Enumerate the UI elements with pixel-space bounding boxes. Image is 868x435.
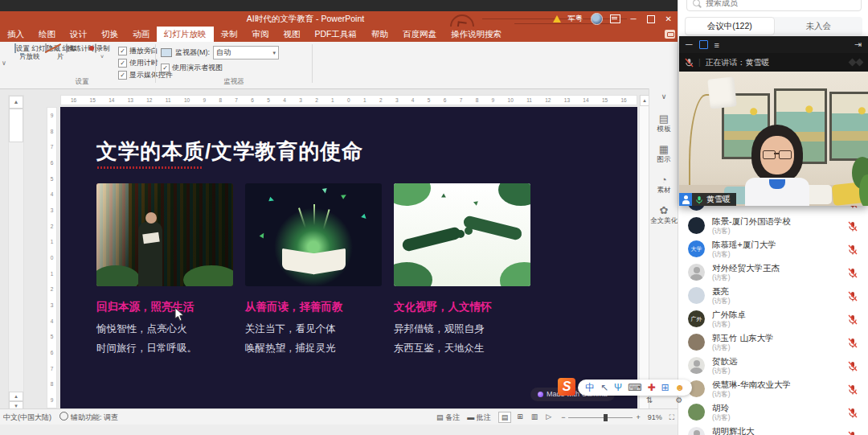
ribbon-tab[interactable]: 动画 bbox=[125, 27, 157, 42]
participant-row[interactable]: 胡明辉北大 (访客) bbox=[678, 425, 868, 435]
mic-muted-icon[interactable] bbox=[848, 338, 858, 348]
mic-muted-icon[interactable] bbox=[848, 361, 858, 371]
sidebar-plugin-item[interactable]: ✿ 全文美化 bbox=[649, 205, 678, 224]
ribbon-options-icon[interactable] bbox=[610, 14, 620, 23]
mic-muted-icon[interactable] bbox=[848, 291, 858, 302]
tab-not-joined[interactable]: 未入会 bbox=[775, 17, 863, 35]
video-window[interactable]: ─ ≡ ⇥ | 正在讲话：黄雪暖 bbox=[679, 36, 868, 206]
slide-image-hands[interactable] bbox=[394, 183, 530, 286]
participant-row[interactable]: 侯慧琳-华南农业大学 (访客) bbox=[678, 378, 868, 401]
close-button[interactable]: ✕ bbox=[662, 11, 675, 27]
ribbon-tab[interactable]: 操作说明搜索 bbox=[444, 27, 509, 42]
view-button[interactable]: ▤ bbox=[498, 412, 512, 423]
participant-row[interactable]: 广外 广外陈卓 (访客) bbox=[678, 308, 868, 331]
zoom-level[interactable]: 91% bbox=[648, 413, 662, 421]
scroll-up-icon[interactable]: ▲ bbox=[9, 96, 23, 109]
ribbon-tab[interactable]: 视图 bbox=[276, 27, 308, 42]
zoom-slider-thumb[interactable] bbox=[604, 414, 608, 421]
play-narrations-checkbox[interactable]: 播放旁白 bbox=[118, 46, 158, 56]
search-box[interactable] bbox=[686, 0, 862, 11]
sidebar-plugin-item[interactable]: ▦ 图示 bbox=[649, 144, 678, 163]
participant-row[interactable]: 郭玉竹 山东大学 (访客) bbox=[678, 331, 868, 355]
accessibility-status[interactable]: 辅助功能: 调查 bbox=[59, 412, 118, 423]
grid-view-icon[interactable] bbox=[699, 40, 708, 49]
scrollbar-thumb[interactable] bbox=[9, 109, 23, 142]
ribbon-tab[interactable]: 设计 bbox=[63, 27, 94, 42]
mic-muted-icon[interactable] bbox=[848, 314, 858, 325]
prev-slide-icon[interactable]: ▴ bbox=[9, 392, 23, 401]
ime-icon[interactable]: ⌨ bbox=[628, 380, 641, 396]
comments-button[interactable]: ▬ 批注 bbox=[467, 412, 491, 423]
view-button[interactable]: ▥ bbox=[529, 412, 541, 423]
minimize-icon[interactable]: ─ bbox=[686, 36, 693, 53]
account-name[interactable]: 军粤 bbox=[568, 14, 583, 24]
ime-icon[interactable]: ↖ bbox=[600, 380, 608, 396]
collapse-panel-icon[interactable]: ⇥ bbox=[854, 39, 862, 50]
thumbnail-scrollbar[interactable]: ▲ ▴ ▾ bbox=[8, 95, 24, 412]
ribbon-tab[interactable]: 审阅 bbox=[245, 27, 276, 42]
warning-icon[interactable] bbox=[553, 15, 561, 23]
mic-muted-icon[interactable] bbox=[848, 221, 858, 232]
chat-bubble-icon[interactable] bbox=[665, 30, 675, 39]
zoom-slider[interactable]: − + bbox=[561, 413, 641, 421]
account-avatar[interactable] bbox=[591, 13, 603, 25]
record-button[interactable]: 录制 ˅ bbox=[90, 44, 114, 61]
participant-row[interactable]: 贺歆远 (访客) bbox=[678, 355, 868, 378]
gear-icon[interactable]: ⚙ bbox=[675, 396, 682, 404]
mic-muted-icon[interactable] bbox=[848, 268, 858, 278]
ime-icon[interactable]: Ψ bbox=[614, 380, 622, 396]
fit-to-window-icon[interactable]: ⛶ bbox=[669, 413, 674, 422]
ribbon-overflow-chevron[interactable]: ∨ bbox=[2, 60, 6, 67]
slide-canvas[interactable]: 文学的本质/文学教育的使命 bbox=[60, 107, 637, 408]
participant-row[interactable]: 聂亮 (访客) bbox=[678, 285, 868, 308]
participant-row[interactable]: 对外经贸大学王杰 (访客) bbox=[678, 261, 868, 285]
slide-title[interactable]: 文学的本质/文学教育的使命 bbox=[96, 137, 363, 166]
slide-image-library[interactable] bbox=[96, 183, 233, 286]
minimize-button[interactable]: ─ bbox=[628, 11, 640, 27]
ribbon-tab[interactable]: 帮助 bbox=[364, 27, 395, 42]
mic-muted-icon[interactable] bbox=[848, 408, 858, 418]
column-body[interactable]: 异邦借镜，观照自身 东西互鉴，天地众生 bbox=[394, 319, 485, 358]
ime-icon[interactable]: ☻ bbox=[675, 380, 686, 396]
ribbon-tab[interactable]: 绘图 bbox=[31, 27, 63, 42]
notes-button[interactable]: ▤ 备注 bbox=[436, 412, 460, 423]
view-button[interactable]: ▷ bbox=[543, 412, 554, 423]
ribbon-tab[interactable]: 幻灯片放映 bbox=[157, 27, 214, 42]
mic-muted-icon[interactable] bbox=[848, 384, 858, 395]
collapse-chevron-icon[interactable]: ∨ bbox=[649, 88, 678, 102]
sogou-logo[interactable]: S bbox=[558, 378, 575, 396]
record-dropdown-caret[interactable]: ˅ bbox=[100, 54, 104, 60]
column-heading[interactable]: 从善而读，择善而教 bbox=[245, 300, 343, 314]
search-input[interactable] bbox=[704, 0, 836, 8]
participant-row[interactable]: 胡玲 (访客) bbox=[678, 401, 868, 425]
sidebar-plugin-item[interactable]: ▤ 模板 bbox=[649, 113, 678, 133]
mic-muted-icon[interactable] bbox=[848, 431, 858, 435]
ribbon-tab[interactable]: 录制 bbox=[214, 27, 245, 42]
monitor-select[interactable]: 自动 ▾ bbox=[213, 46, 279, 60]
updown-arrows-icon[interactable]: ⇅ bbox=[646, 396, 653, 404]
sidebar-plugin-item[interactable]: ◔ 素材 bbox=[649, 174, 678, 194]
ribbon-tab[interactable]: 百度网盘 bbox=[395, 27, 444, 42]
restore-button[interactable] bbox=[647, 15, 655, 23]
column-body[interactable]: 关注当下，看见个体 唤醒热望，捕捉灵光 bbox=[245, 319, 336, 358]
zoom-out-icon[interactable]: − bbox=[561, 413, 565, 421]
ime-icon[interactable]: ✚ bbox=[647, 380, 655, 396]
list-view-icon[interactable]: ≡ bbox=[714, 40, 719, 50]
view-button[interactable]: ⊞ bbox=[514, 412, 526, 423]
ime-icon[interactable]: 中 bbox=[585, 380, 595, 396]
use-timings-checkbox[interactable]: 使用计时 bbox=[118, 58, 158, 68]
participant-row[interactable]: 大学 陈慕瑶+厦门大学 (访客) bbox=[678, 238, 868, 261]
ribbon-tab[interactable]: PDF工具箱 bbox=[308, 27, 365, 42]
column-body[interactable]: 愉悦智性，点亮心火 时间旅行，日常呼吸。 bbox=[96, 319, 197, 358]
tab-in-meeting[interactable]: 会议中(122) bbox=[685, 17, 775, 35]
ribbon-tab[interactable]: 切换 bbox=[94, 27, 125, 42]
column-heading[interactable]: 文化视野，人文情怀 bbox=[394, 300, 492, 314]
speaker-video[interactable]: 黄雪暖 bbox=[679, 72, 868, 206]
ime-icon[interactable]: ⊞ bbox=[661, 380, 669, 396]
language-indicator[interactable]: 中文(中国大陆) bbox=[3, 412, 51, 423]
zoom-in-icon[interactable]: + bbox=[636, 413, 640, 421]
mic-muted-icon[interactable] bbox=[848, 244, 858, 255]
participant-row[interactable]: 陈景-厦门外国语学校 (访客) bbox=[678, 215, 868, 238]
titlebar[interactable]: AI时代的文学教育 - PowerPoint 军粤 ─ ✕ bbox=[0, 11, 678, 27]
use-presenter-view-checkbox[interactable]: 使用演示者视图 bbox=[161, 63, 223, 73]
